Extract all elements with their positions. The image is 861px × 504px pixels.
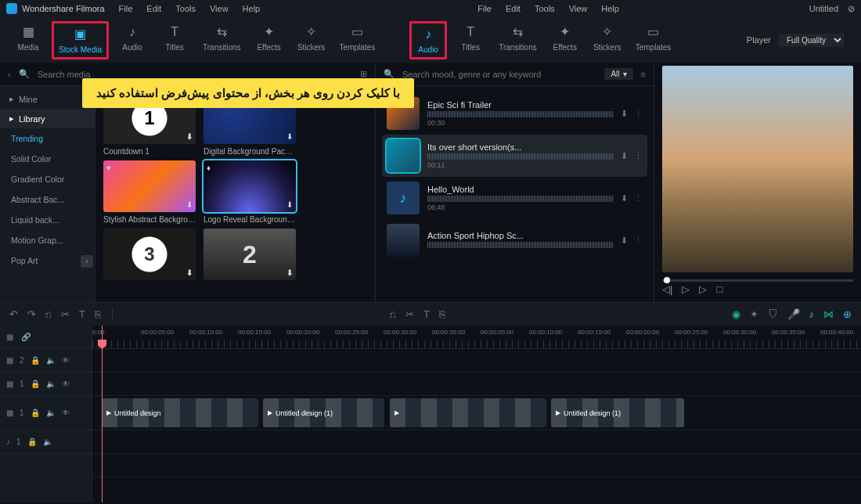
tl-tool-2[interactable]: T [423, 308, 430, 320]
audio-item[interactable]: ♪Hello_World06:48⬇⋮ [382, 177, 647, 219]
clip[interactable]: ▶ [390, 398, 546, 427]
track-header-2[interactable]: ▦1🔒🔈👁 [0, 396, 92, 430]
more-icon[interactable]: ⋮ [634, 151, 643, 161]
track-ctrl[interactable]: 👁 [62, 409, 70, 417]
tl-tool-0[interactable]: ⎌ [390, 308, 396, 320]
menu-view[interactable]: View [569, 4, 588, 13]
toolbar-transitions[interactable]: ⇆Transitions [494, 21, 542, 59]
media-card[interactable]: 2⬇ [204, 229, 296, 283]
toolbar-transitions[interactable]: ⇆Transitions [198, 21, 246, 59]
toolbar-templates[interactable]: ▭Templates [335, 21, 380, 59]
category-abstractbac[interactable]: Abstract Bac... [0, 189, 95, 210]
more-icon[interactable]: ⋮ [634, 193, 643, 203]
list-view-icon[interactable]: ≡ [641, 70, 646, 79]
download-icon[interactable]: ⬇ [186, 268, 193, 277]
toolbar-stock-media[interactable]: ▣Stock Media [52, 21, 109, 59]
track-ctrl[interactable]: 🔒 [31, 380, 40, 388]
tl-tool-3[interactable]: ✂ [61, 308, 70, 320]
stop-icon[interactable]: □ [716, 283, 722, 295]
toolbar-titles[interactable]: TTitles [156, 21, 193, 59]
track-ctrl[interactable]: 🔈 [46, 356, 56, 365]
menu-file[interactable]: File [477, 4, 492, 13]
audio-item[interactable]: Epic Sci fi Trailer00:30⬇⋮ [382, 92, 647, 135]
track-4[interactable] [92, 454, 861, 477]
audio-item[interactable]: Action Sport Hiphop Sc...⬇⋮ [382, 219, 647, 261]
link-icon[interactable]: 🔗 [21, 333, 31, 341]
category-motiongrap[interactable]: Motion Grap... [0, 230, 95, 250]
tl-tool-1[interactable]: ✦ [750, 308, 758, 320]
download-icon[interactable]: ⬇ [286, 200, 293, 209]
tl-tool-0[interactable]: ◉ [732, 308, 740, 320]
sidebar-tab-library[interactable]: ▸Library [0, 109, 95, 128]
more-icon[interactable]: ⋮ [634, 236, 643, 246]
video-preview[interactable] [662, 66, 853, 272]
audio-search-input[interactable] [402, 70, 596, 79]
play-icon-2[interactable]: ▷ [699, 283, 707, 295]
timeline-options[interactable]: ▦ 🔗 [0, 326, 92, 349]
preview-scrubber[interactable] [662, 279, 853, 282]
tl-tool-6[interactable]: ⊕ [843, 308, 852, 320]
media-card[interactable]: ♦⬇Logo Reveal Backgrounds M... [204, 160, 296, 224]
track-header-3[interactable]: ♪1🔒🔈 [0, 430, 92, 454]
track-ctrl[interactable]: 🔈 [43, 437, 52, 446]
menu-edit[interactable]: Edit [506, 4, 521, 13]
layers-icon[interactable]: ▦ [6, 333, 13, 341]
download-icon[interactable]: ⬇ [286, 268, 293, 277]
track-ctrl[interactable]: 🔒 [27, 437, 37, 446]
sidebar-tab-mine[interactable]: ▸Mine [0, 89, 95, 109]
category-trending[interactable]: Trending [0, 128, 95, 149]
track-2[interactable]: ▶Untitled design▶Untitled design (1)▶▶Un… [92, 396, 861, 430]
category-solidcolor[interactable]: Solid Color [0, 149, 95, 169]
track-ctrl[interactable]: 👁 [62, 380, 70, 388]
menu-file[interactable]: File [119, 4, 133, 13]
toolbar-audio[interactable]: ♪Audio [409, 21, 447, 59]
download-icon[interactable]: ⬇ [186, 200, 193, 209]
menu-edit[interactable]: Edit [146, 4, 161, 13]
track-1[interactable] [92, 373, 861, 396]
timeline-tracks[interactable]: 0:0000:00:05:0000:00:10:0000:00:15:0000:… [92, 326, 861, 502]
tl-tool-0[interactable]: ↶ [9, 308, 18, 320]
play-icon[interactable]: ▷ [682, 283, 690, 295]
toolbar-effects[interactable]: ✦Effects [250, 21, 288, 59]
playhead[interactable] [102, 326, 103, 502]
toolbar-stickers[interactable]: ✧Stickers [293, 21, 330, 59]
tl-tool-2[interactable]: ⎌ [45, 308, 52, 320]
prev-frame-icon[interactable]: ◁| [662, 283, 672, 295]
tl-tool-5[interactable]: ⋈ [823, 308, 834, 320]
tl-tool-4[interactable]: T [79, 308, 85, 320]
tl-tool-3[interactable]: 🎤 [787, 308, 800, 320]
track-header-0[interactable]: ▦2🔒🔈👁 [0, 349, 92, 373]
time-ruler[interactable]: 0:0000:00:05:0000:00:10:0000:00:15:0000:… [92, 326, 861, 349]
download-icon[interactable]: ⬇ [621, 109, 628, 119]
more-icon[interactable]: ⋮ [634, 109, 643, 119]
toolbar-audio[interactable]: ♪Audio [113, 21, 151, 59]
track-ctrl[interactable]: 👁 [62, 356, 70, 365]
download-icon[interactable]: ⬇ [621, 236, 628, 246]
track-header-1[interactable]: ▦1🔒🔈👁 [0, 373, 92, 396]
tl-tool-3[interactable]: ⎘ [439, 308, 445, 320]
tl-tool-2[interactable]: ⛉ [768, 308, 778, 320]
media-card[interactable]: 3⬇ [103, 229, 196, 283]
track-0[interactable] [92, 349, 861, 373]
menu-tools[interactable]: Tools [175, 4, 196, 13]
track-ctrl[interactable]: 🔈 [46, 380, 56, 388]
menu-help[interactable]: Help [601, 4, 619, 13]
toolbar-stickers[interactable]: ✧Stickers [589, 21, 626, 59]
media-card[interactable]: ♥⬇Stylish Abstract Background... [103, 160, 196, 224]
quality-select[interactable]: Full Quality [779, 34, 844, 47]
search-input[interactable] [38, 70, 352, 79]
clip[interactable]: ▶Untitled design (1) [551, 398, 684, 427]
tl-tool-4[interactable]: ♪ [809, 308, 815, 320]
help-icon[interactable]: ⊘ [848, 4, 855, 14]
sidebar-pager[interactable]: ‹ [81, 255, 93, 268]
toolbar-templates[interactable]: ▭Templates [631, 21, 676, 59]
menu-help[interactable]: Help [243, 4, 261, 13]
toolbar-titles[interactable]: TTitles [452, 21, 489, 59]
category-gradientcolor[interactable]: Gradient Color [0, 169, 95, 189]
toolbar-effects[interactable]: ✦Effects [546, 21, 584, 59]
doc-title[interactable]: Untitled [809, 4, 838, 13]
track-ctrl[interactable]: 🔒 [31, 409, 40, 417]
tl-tool-1[interactable]: ↷ [27, 308, 36, 320]
back-icon[interactable]: ‹ [8, 70, 11, 79]
toolbar-media[interactable]: ▦Media [9, 21, 47, 59]
